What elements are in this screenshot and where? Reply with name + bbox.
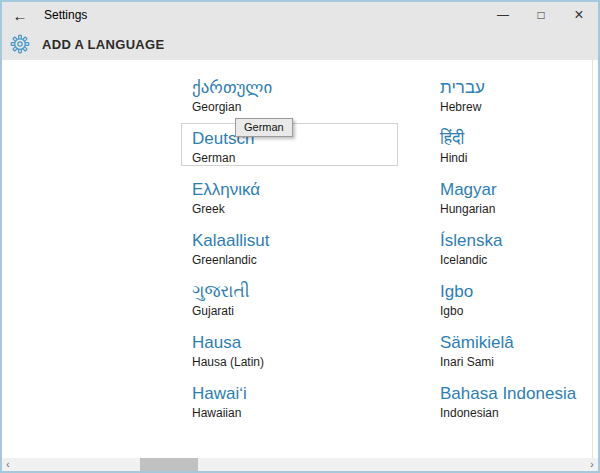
close-button[interactable]: ×: [560, 2, 598, 28]
language-english-name: Hawaiian: [192, 406, 387, 420]
language-english-name: Indonesian: [440, 406, 600, 420]
language-native-name: ქართული: [192, 77, 387, 98]
minimize-icon: —: [497, 8, 509, 22]
chevron-right-icon: ›: [590, 459, 593, 470]
language-tile-hebrew[interactable]: עברית Hebrew: [429, 72, 600, 115]
language-native-name: हिंदी: [440, 128, 600, 149]
language-english-name: Hindi: [440, 151, 600, 165]
language-english-name: Inari Sami: [440, 355, 600, 369]
language-english-name: Gujarati: [192, 304, 387, 318]
back-button[interactable]: ←: [2, 2, 38, 28]
tooltip-text: German: [244, 121, 284, 133]
back-arrow-icon: ←: [13, 7, 28, 24]
language-native-name: Hawaiʻi: [192, 383, 387, 404]
language-english-name: Hausa (Latin): [192, 355, 387, 369]
minimize-button[interactable]: —: [484, 2, 522, 28]
language-english-name: Hungarian: [440, 202, 600, 216]
language-native-name: Bahasa Indonesia: [440, 383, 600, 404]
language-tile-gujarati[interactable]: ગુજરાતી Gujarati: [181, 276, 398, 319]
language-native-name: Íslenska: [440, 230, 600, 251]
language-english-name: Hebrew: [440, 100, 600, 114]
horizontal-scrollbar-thumb[interactable]: [140, 458, 198, 471]
language-tile-hausa[interactable]: Hausa Hausa (Latin): [181, 327, 398, 370]
language-native-name: Magyar: [440, 179, 600, 200]
language-list-panel: ქართული Georgian עברית Hebrew Deutsch Ge…: [2, 60, 598, 458]
gear-icon: [10, 34, 30, 54]
language-native-name: Ελληνικά: [192, 179, 387, 200]
language-tile-hindi[interactable]: हिंदी Hindi: [429, 123, 600, 166]
language-english-name: German: [192, 151, 387, 165]
vertical-scrollbar-track[interactable]: [592, 60, 593, 458]
page-header: ADD A LANGUAGE: [2, 28, 598, 60]
scroll-right-button[interactable]: ›: [586, 458, 598, 471]
settings-window: ← Settings — □ ×: [0, 0, 600, 473]
language-native-name: Kalaallisut: [192, 230, 387, 251]
language-english-name: Igbo: [440, 304, 600, 318]
language-tile-greek[interactable]: Ελληνικά Greek: [181, 174, 398, 217]
language-native-name: עברית: [440, 77, 600, 98]
language-native-name: Sämikielâ: [440, 332, 600, 353]
language-tile-indonesian[interactable]: Bahasa Indonesia Indonesian: [429, 378, 600, 421]
language-native-name: Hausa: [192, 332, 387, 353]
close-icon: ×: [574, 6, 583, 24]
language-tile-hungarian[interactable]: Magyar Hungarian: [429, 174, 600, 217]
maximize-button[interactable]: □: [522, 2, 560, 28]
language-tile-hawaiian[interactable]: Hawaiʻi Hawaiian: [181, 378, 398, 421]
page-title: ADD A LANGUAGE: [42, 37, 164, 52]
horizontal-scrollbar[interactable]: ‹ ›: [2, 458, 598, 471]
scroll-left-button[interactable]: ‹: [2, 458, 14, 471]
chevron-left-icon: ‹: [6, 459, 9, 470]
language-english-name: Icelandic: [440, 253, 600, 267]
language-english-name: Greenlandic: [192, 253, 387, 267]
language-tile-georgian[interactable]: ქართული Georgian: [181, 72, 398, 115]
tooltip: German: [235, 118, 293, 137]
language-tile-greenlandic[interactable]: Kalaallisut Greenlandic: [181, 225, 398, 268]
maximize-icon: □: [537, 8, 544, 22]
language-native-name: Igbo: [440, 281, 600, 302]
language-tile-inari-sami[interactable]: Sämikielâ Inari Sami: [429, 327, 600, 370]
language-native-name: ગુજરાતી: [192, 281, 387, 302]
titlebar: ← Settings — □ ×: [2, 2, 598, 28]
language-english-name: Greek: [192, 202, 387, 216]
window-title: Settings: [44, 8, 87, 22]
language-english-name: Georgian: [192, 100, 387, 114]
language-tile-igbo[interactable]: Igbo Igbo: [429, 276, 600, 319]
caption-buttons: — □ ×: [484, 2, 598, 28]
language-tile-icelandic[interactable]: Íslenska Icelandic: [429, 225, 600, 268]
